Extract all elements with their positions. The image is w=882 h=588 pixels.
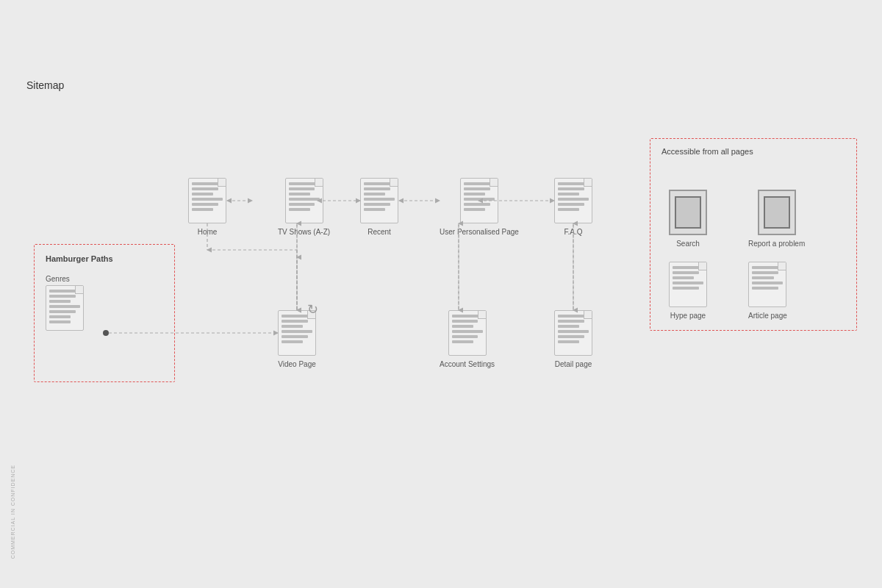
search-label: Search — [676, 240, 700, 248]
detail-page-label: Detail page — [555, 360, 592, 368]
hype-node: Hype page — [669, 262, 707, 320]
article-label: Article page — [748, 312, 787, 320]
recent-label: Recent — [368, 228, 391, 236]
refresh-icon: ↻ — [307, 301, 318, 318]
article-node: Article page — [748, 262, 787, 320]
watermark: COMMERCIAL IN CONFIDENCE — [10, 465, 15, 559]
account-settings-node: Account Settings — [440, 310, 495, 368]
home-label: Home — [198, 228, 218, 236]
user-personalised-node: User Personalised Page — [440, 178, 519, 236]
home-node: Home — [188, 178, 226, 236]
report-label: Report a problem — [748, 240, 805, 248]
detail-page-node: Detail page — [554, 310, 592, 368]
search-node: Search — [669, 190, 707, 248]
recent-node: Recent — [360, 178, 398, 236]
tvshows-node: TV Shows (A-Z) — [278, 178, 330, 236]
faq-node: F.A.Q — [554, 178, 592, 236]
account-settings-label: Account Settings — [440, 360, 495, 368]
page-title: Sitemap — [26, 79, 64, 91]
hype-label: Hype page — [670, 312, 706, 320]
user-personalised-label: User Personalised Page — [440, 228, 519, 236]
hamburger-title: Hamburger Paths — [46, 254, 113, 263]
video-page-label: Video Page — [278, 360, 316, 368]
report-node: Report a problem — [748, 190, 805, 248]
tvshows-label: TV Shows (A-Z) — [278, 228, 330, 236]
video-page-node: Video Page — [278, 310, 316, 368]
faq-label: F.A.Q — [564, 228, 582, 236]
genres-node — [46, 285, 84, 331]
hamburger-sublabel: Genres — [46, 275, 70, 283]
accessible-title: Accessible from all pages — [662, 147, 753, 156]
